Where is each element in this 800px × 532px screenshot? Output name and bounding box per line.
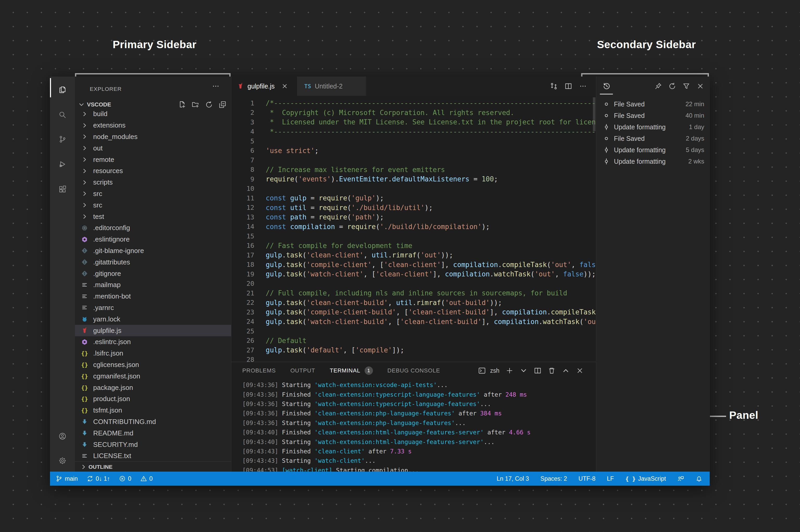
folder-resources[interactable]: resources (75, 165, 231, 177)
terminal-dropdown-button[interactable] (520, 367, 528, 375)
timeline-item[interactable]: Update formatting1 day (596, 121, 710, 133)
shell-name[interactable]: zsh (490, 367, 499, 374)
code-line-10: 10 (231, 184, 596, 194)
file-tsfmt.json[interactable]: {}tsfmt.json (75, 405, 231, 416)
terminal-output[interactable]: [09:43:36] Starting 'watch-extension:vsc… (242, 380, 591, 472)
more-actions-button[interactable] (579, 82, 587, 90)
panel-label: Panel (729, 409, 758, 421)
panel-tab-problems[interactable]: PROBLEMS (242, 367, 276, 374)
editor-tab-gulpfile.js[interactable]: gulpfile.js (231, 77, 297, 96)
file-.gitattributes[interactable]: .gitattributes (75, 256, 231, 268)
timeline-item[interactable]: Update formatting5 days (596, 144, 710, 156)
editor-tab-Untitled-2[interactable]: TSUntitled-2 (297, 77, 366, 96)
text-segment: ( (347, 204, 351, 212)
text-segment: task (286, 308, 302, 316)
file-.lsifrc.json[interactable]: {}.lsifrc.json (75, 348, 231, 359)
panel-tab-debug-console[interactable]: DEBUG CONSOLE (387, 367, 440, 374)
activity-item-search[interactable] (56, 109, 69, 121)
file-yarn.lock[interactable]: yarn.lock (75, 314, 231, 325)
split-terminal-button[interactable] (534, 367, 541, 375)
status-item-feedback[interactable] (678, 475, 684, 482)
activity-item-settings[interactable] (56, 454, 69, 467)
refresh-button[interactable] (205, 101, 213, 109)
folder-remote[interactable]: remote (75, 154, 231, 165)
history-tab[interactable] (601, 81, 613, 92)
activity-item-extensions[interactable] (56, 183, 69, 195)
status-item-cursor-position[interactable]: Ln 17, Col 3 (497, 475, 529, 482)
collapse-all-button[interactable] (218, 101, 226, 109)
file-SECURITY.md[interactable]: SECURITY.md (75, 439, 231, 450)
kill-terminal-button[interactable] (548, 367, 556, 375)
file-gulpfile.js[interactable]: gulpfile.js (75, 325, 231, 336)
chevron-right-icon (81, 133, 89, 140)
close-sidebar-button[interactable] (697, 82, 704, 90)
outline-section-header[interactable]: OUTLINE (75, 461, 231, 472)
more-actions-button[interactable] (212, 82, 220, 90)
code-editor[interactable]: 1/*-------------------------------------… (231, 96, 596, 362)
folder-src[interactable]: src (75, 200, 231, 211)
file-product.json[interactable]: {}product.json (75, 393, 231, 405)
timeline-item[interactable]: Update formatting2 wks (596, 156, 710, 167)
pin-button[interactable] (654, 82, 662, 90)
folder-extensions[interactable]: extensions (75, 120, 231, 131)
editor-scrollbar[interactable] (593, 97, 595, 131)
folder-out[interactable]: out (75, 142, 231, 154)
status-item-text: JavaScript (638, 475, 666, 482)
status-item-errors[interactable]: 0 (119, 475, 131, 482)
status-item-eol[interactable]: LF (607, 475, 614, 482)
file-cgmanifest.json[interactable]: {}cgmanifest.json (75, 370, 231, 382)
file-.git-blame-ignore[interactable]: .git-blame-ignore (75, 245, 231, 256)
file-CONTRIBUTING.md[interactable]: CONTRIBUTING.md (75, 416, 231, 428)
status-item-warnings[interactable]: 0 (140, 475, 153, 482)
activity-item-run-debug[interactable] (56, 158, 69, 170)
editor-group: gulpfile.jsTSUntitled-2 1/*-------------… (231, 77, 596, 472)
new-file-button[interactable] (178, 101, 186, 109)
filter-button[interactable] (682, 82, 690, 90)
refresh-button[interactable] (668, 82, 676, 90)
folder-build[interactable]: build (75, 108, 231, 120)
activity-item-source-control[interactable] (56, 133, 69, 146)
chevron-right-icon (80, 463, 87, 470)
chevron-right-icon (81, 111, 89, 117)
close-panel-button[interactable] (576, 367, 584, 375)
panel-tab-label: TERMINAL (330, 367, 360, 374)
file-README.md[interactable]: README.md (75, 428, 231, 439)
panel-tab-terminal[interactable]: TERMINAL1 (330, 366, 373, 375)
file-.gitignore[interactable]: .gitignore (75, 268, 231, 279)
timeline-item[interactable]: File Saved2 days (596, 133, 710, 144)
status-item-indentation[interactable]: Spaces: 2 (540, 475, 567, 482)
activity-item-explorer[interactable] (56, 83, 69, 96)
text-segment: )); (584, 270, 596, 278)
file-.mailmap[interactable]: .mailmap (75, 279, 231, 291)
activity-item-account[interactable] (56, 430, 69, 442)
file-.mention-bot[interactable]: .mention-bot (75, 291, 231, 302)
maximize-panel-button[interactable] (562, 367, 570, 375)
status-item-sync[interactable]: 0↓ 1↑ (87, 475, 110, 482)
new-folder-button[interactable] (192, 101, 199, 109)
open-changes-button[interactable] (550, 82, 558, 90)
text-segment: 'events' (298, 175, 331, 183)
folder-node_modules[interactable]: node_modules (75, 131, 231, 142)
folder-test[interactable]: test (75, 211, 231, 222)
status-item-notifications[interactable] (696, 475, 702, 482)
file-LICENSE.txt[interactable]: LICENSE.txt (75, 450, 231, 462)
status-item-branch[interactable]: main (56, 475, 78, 482)
split-editor-button[interactable] (565, 82, 572, 90)
file-.yarnrc[interactable]: .yarnrc (75, 302, 231, 314)
panel-tab-output[interactable]: OUTPUT (290, 367, 315, 374)
status-item-language-mode[interactable]: { }JavaScript (625, 475, 666, 482)
timeline-item[interactable]: File Saved22 min (596, 98, 710, 110)
json-file-icon: {} (81, 407, 89, 414)
status-item-encoding[interactable]: UTF-8 (578, 475, 595, 482)
file-package.json[interactable]: {}package.json (75, 382, 231, 393)
folder-scripts[interactable]: scripts (75, 177, 231, 188)
close-tab-icon[interactable] (281, 83, 288, 90)
file-.eslintignore[interactable]: .eslintignore (75, 234, 231, 245)
gulp-file-icon (237, 83, 244, 90)
folder-src[interactable]: src (75, 188, 231, 200)
file-.eslintrc.json[interactable]: .eslintrc.json (75, 336, 231, 348)
timeline-item[interactable]: File Saved40 min (596, 110, 710, 121)
new-terminal-button[interactable] (506, 367, 513, 375)
file-.editorconfig[interactable]: .editorconfig (75, 222, 231, 234)
file-cglicenses.json[interactable]: {}cglicenses.json (75, 359, 231, 370)
